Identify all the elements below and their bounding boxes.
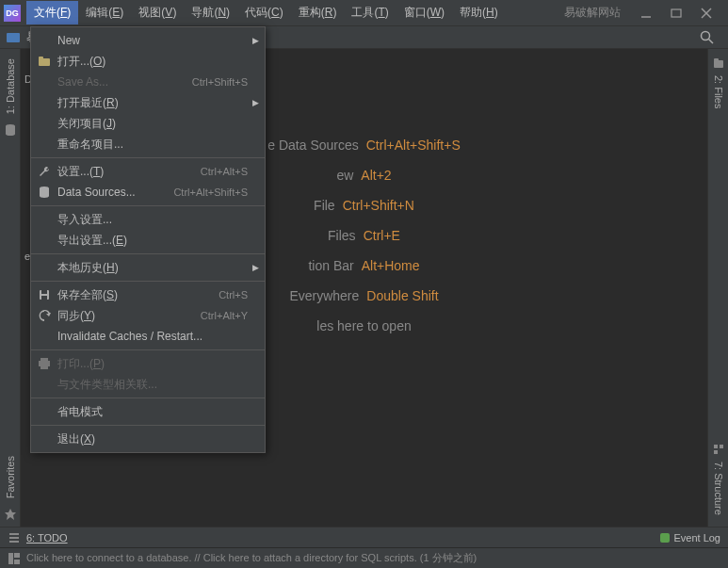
todo-icon: [8, 531, 21, 544]
svg-rect-18: [9, 541, 19, 543]
svg-rect-16: [9, 533, 19, 535]
menu-item-shortcut: Ctrl+Shift+S: [192, 76, 248, 88]
svg-rect-28: [40, 358, 48, 361]
menu-separator: [31, 157, 265, 158]
menu-item-shortcut: Ctrl+S: [218, 289, 248, 300]
menu-视图v[interactable]: 视图(V): [131, 1, 184, 24]
svg-marker-10: [5, 509, 16, 520]
menubar: DG 文件(F)编辑(E)视图(V)导航(N)代码(C)重构(R)工具(T)窗口…: [0, 0, 728, 26]
maximize-button[interactable]: [670, 7, 683, 20]
hint-shortcut: Ctrl+E: [364, 228, 400, 243]
menu-窗口w[interactable]: 窗口(W): [396, 1, 452, 24]
svg-rect-17: [9, 537, 19, 539]
menu-item-y[interactable]: 同步(Y)Ctrl+Alt+Y: [31, 305, 265, 326]
menu-item-shortcut: Ctrl+Alt+S: [201, 166, 248, 177]
hint-text: Everywhere: [289, 288, 359, 303]
menu-item-label: 同步(Y): [57, 308, 201, 324]
menu-item-shortcut: Ctrl+Alt+Y: [201, 310, 248, 321]
left-tool-rail: 1: Database Favorites: [0, 49, 21, 527]
menu-item-t[interactable]: 设置...(T)Ctrl+Alt+S: [31, 161, 265, 182]
svg-point-5: [702, 31, 710, 40]
menu-文件f[interactable]: 文件(F): [26, 1, 78, 24]
toolbar-project-icon[interactable]: [6, 30, 21, 45]
hint-shortcut: Ctrl+Shift+N: [343, 198, 414, 213]
minimize-button[interactable]: [639, 7, 653, 20]
blank-icon: [37, 95, 52, 110]
menu-item-new[interactable]: New▶: [31, 30, 265, 51]
menu-item-invalidatecachesrestart[interactable]: Invalidate Caches / Restart...: [31, 326, 265, 347]
svg-rect-1: [671, 9, 681, 17]
menu-工具t[interactable]: 工具(T): [344, 1, 396, 24]
blank-icon: [37, 116, 52, 131]
structure-icon: [712, 443, 725, 456]
menu-item-label: 导出设置...(E): [57, 233, 248, 249]
menu-item-label: 省电模式: [57, 404, 248, 420]
menu-item-[interactable]: 重命名项目...: [31, 134, 265, 154]
db-icon: [37, 185, 52, 200]
close-button[interactable]: [700, 7, 713, 20]
todo-tool-button[interactable]: 6: TODO: [8, 531, 68, 544]
menu-item-label: 本地历史(H): [57, 260, 248, 276]
menu-item-label: New: [57, 34, 248, 47]
rail-favorites[interactable]: Favorites: [5, 450, 16, 504]
blank-icon: [37, 377, 52, 392]
hint-shortcut: Alt+Home: [362, 258, 420, 273]
svg-rect-12: [714, 58, 719, 61]
menu-item-j[interactable]: 关闭项目(J): [31, 113, 265, 134]
window-title: 易破解网站: [564, 5, 621, 21]
event-log-icon: [660, 533, 670, 543]
wrench-icon: [37, 164, 52, 179]
blank-icon: [37, 260, 52, 275]
sync-icon: [37, 308, 52, 323]
svg-rect-22: [39, 58, 50, 66]
event-log-button[interactable]: Event Log: [660, 532, 720, 544]
folder-icon: [37, 54, 52, 69]
svg-rect-19: [8, 553, 13, 564]
menu-item-label: Invalidate Caches / Restart...: [57, 330, 248, 343]
svg-rect-4: [7, 33, 20, 42]
hint-text: Files: [328, 228, 356, 243]
menu-重构r[interactable]: 重构(R): [291, 1, 345, 24]
menu-item-label: 设置...(T): [57, 164, 201, 180]
menu-separator: [31, 425, 265, 426]
todo-label: 6: TODO: [26, 532, 68, 544]
svg-rect-23: [39, 57, 43, 59]
status-icon[interactable]: [8, 552, 21, 565]
menu-导航n[interactable]: 导航(N): [184, 1, 237, 24]
menu-separator: [31, 253, 265, 254]
menu-代码c[interactable]: 代码(C): [237, 1, 291, 24]
hint-shortcut: Alt+2: [361, 168, 391, 183]
menu-item-o[interactable]: 打开...(O): [31, 51, 265, 72]
rail-files[interactable]: 2: Files: [713, 70, 724, 114]
hint-shortcut: Double Shift: [366, 288, 438, 303]
menu-item-s[interactable]: 保存全部(S)Ctrl+S: [31, 284, 265, 305]
menu-编辑e[interactable]: 编辑(E): [78, 1, 131, 24]
svg-point-9: [6, 132, 15, 136]
menu-item-label: 打开...(O): [57, 54, 248, 70]
menu-帮助h[interactable]: 帮助(H): [452, 1, 506, 24]
menu-item-r[interactable]: 打开最近(R)▶: [31, 92, 265, 113]
search-icon[interactable]: [700, 30, 715, 45]
menu-item-h[interactable]: 本地历史(H)▶: [31, 257, 265, 278]
menu-item-p: 打印...(P): [31, 353, 265, 374]
svg-rect-14: [720, 445, 723, 448]
hint-text: les here to open: [316, 318, 411, 333]
database-icon: [4, 123, 17, 137]
status-message[interactable]: Click here to connect to a database. // …: [26, 551, 477, 565]
hint-text: tion Bar: [308, 258, 353, 273]
rail-database[interactable]: 1: Database: [5, 53, 16, 120]
menu-item-[interactable]: 省电模式: [31, 401, 265, 422]
app-logo: DG: [4, 5, 21, 22]
right-tool-rail: 2: Files 7: Structure: [707, 49, 728, 527]
menu-item-datasources[interactable]: Data Sources...Ctrl+Alt+Shift+S: [31, 182, 265, 203]
rail-structure[interactable]: 7: Structure: [713, 456, 724, 521]
menu-item-saveas: Save As...Ctrl+Shift+S: [31, 72, 265, 92]
menu-item-x[interactable]: 退出(X): [31, 429, 265, 449]
menu-item-: 与文件类型相关联...: [31, 374, 265, 395]
menu-item-[interactable]: 导入设置...: [31, 209, 265, 230]
menu-item-e[interactable]: 导出设置...(E): [31, 230, 265, 251]
svg-rect-21: [14, 560, 20, 564]
menu-item-label: 重命名项目...: [57, 137, 248, 153]
hint-text: ew: [336, 168, 353, 183]
menu-item-label: 退出(X): [57, 431, 248, 447]
